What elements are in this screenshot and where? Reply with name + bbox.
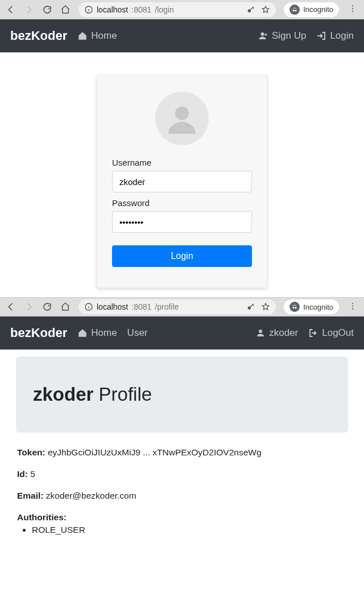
profile-header: zkoder Profile xyxy=(16,356,348,433)
login-button[interactable]: Login xyxy=(112,245,252,267)
incognito-icon xyxy=(289,5,300,15)
id-row: Id: 5 xyxy=(17,469,347,479)
authorities-label: Authorities: xyxy=(17,512,67,522)
authorities-list: ROLE_USER xyxy=(32,525,347,535)
profile-page: zkoder Profile Token: eyJhbGciOiJIUzUxMi… xyxy=(0,356,364,545)
info-icon xyxy=(84,5,93,14)
profile-details: Token: eyJhbGciOiJIUzUxMiJ9 ... xTNwPExO… xyxy=(17,447,347,535)
avatar-placeholder xyxy=(155,92,209,145)
reload-icon[interactable] xyxy=(42,302,52,312)
house-icon xyxy=(77,328,88,338)
nav-signup[interactable]: Sign Up xyxy=(258,30,306,42)
token-value: eyJhbGciOiJIUzUxMiJ9 ... xTNwPExOyD2IOV2… xyxy=(48,447,262,457)
address-bar[interactable]: localhost:8081/profile xyxy=(78,299,276,314)
svg-point-7 xyxy=(260,32,264,36)
svg-point-13 xyxy=(352,303,353,304)
token-row: Token: eyJhbGciOiJIUzUxMiJ9 ... xTNwPExO… xyxy=(17,447,347,458)
svg-point-3 xyxy=(295,10,297,11)
email-label: Email: xyxy=(17,491,44,500)
token-label: Token: xyxy=(17,447,46,457)
signout-icon xyxy=(308,328,318,338)
incognito-badge: Incognito xyxy=(284,2,339,17)
nav-login[interactable]: Login xyxy=(316,30,354,42)
nav-signup-label: Sign Up xyxy=(272,30,306,42)
svg-point-8 xyxy=(175,106,189,120)
incognito-icon xyxy=(289,302,300,312)
browser-menu-icon[interactable] xyxy=(347,302,358,313)
profile-title-suffix: Profile xyxy=(93,384,152,405)
nav-username-label: zkoder xyxy=(269,327,298,339)
nav-username[interactable]: zkoder xyxy=(255,327,298,339)
email-value: zkoder@bezkoder.com xyxy=(46,491,136,500)
browser-menu-icon[interactable] xyxy=(347,4,358,15)
svg-point-10 xyxy=(248,306,251,309)
user-icon xyxy=(255,328,266,338)
nav-home-label: Home xyxy=(91,327,117,339)
svg-point-2 xyxy=(293,10,295,11)
nav-home[interactable]: Home xyxy=(77,30,117,42)
url-port: :8081 xyxy=(131,5,151,14)
incognito-label: Incognito xyxy=(303,5,333,14)
authorities-row: Authorities: xyxy=(17,512,347,523)
svg-point-1 xyxy=(248,9,251,12)
brand[interactable]: bezKoder xyxy=(10,28,67,43)
login-card: Username Password Login xyxy=(97,75,267,288)
back-icon[interactable] xyxy=(6,5,16,15)
url-path: /login xyxy=(155,5,173,14)
nav-user[interactable]: User xyxy=(127,327,148,339)
id-label: Id: xyxy=(17,469,28,479)
svg-point-16 xyxy=(259,330,262,333)
email-row: Email: zkoder@bezkoder.com xyxy=(17,491,347,501)
url-host: localhost xyxy=(97,5,128,14)
home-icon[interactable] xyxy=(60,302,71,312)
star-icon[interactable] xyxy=(261,302,270,311)
incognito-label: Incognito xyxy=(303,303,333,311)
home-icon[interactable] xyxy=(60,5,71,15)
nav-user-label: User xyxy=(127,327,148,339)
nav-logout-label: LogOut xyxy=(322,327,354,339)
info-icon xyxy=(84,302,93,311)
url-path: /profile xyxy=(155,302,179,311)
svg-point-4 xyxy=(352,5,353,6)
svg-point-6 xyxy=(352,11,353,12)
key-icon[interactable] xyxy=(246,5,255,14)
navbar-login: bezKoder Home Sign Up Login xyxy=(0,19,364,52)
navbar-profile: bezKoder Home User zkoder LogOut xyxy=(0,316,364,350)
url-port: :8081 xyxy=(131,302,151,311)
svg-point-14 xyxy=(352,305,353,306)
signin-icon xyxy=(316,31,326,41)
profile-title: zkoder Profile xyxy=(33,384,331,405)
browser-chrome-profile: localhost:8081/profile Incognito xyxy=(0,297,364,316)
nav-home-label: Home xyxy=(91,30,117,42)
login-page: Username Password Login xyxy=(0,52,364,297)
password-input[interactable] xyxy=(112,211,252,233)
password-label: Password xyxy=(112,198,252,208)
id-value: 5 xyxy=(30,469,35,479)
svg-point-15 xyxy=(352,308,353,309)
username-label: Username xyxy=(112,158,252,167)
svg-point-11 xyxy=(293,307,295,309)
svg-point-12 xyxy=(295,307,297,309)
nav-logout[interactable]: LogOut xyxy=(308,327,354,339)
house-icon xyxy=(77,31,88,41)
user-icon xyxy=(162,98,202,139)
forward-icon xyxy=(24,302,34,312)
authority-item: ROLE_USER xyxy=(32,525,347,535)
svg-point-5 xyxy=(352,8,353,9)
nav-login-label: Login xyxy=(330,30,354,42)
forward-icon xyxy=(24,5,34,15)
address-bar[interactable]: localhost:8081/login xyxy=(78,2,276,17)
username-input[interactable] xyxy=(112,171,252,192)
star-icon[interactable] xyxy=(261,5,270,14)
brand[interactable]: bezKoder xyxy=(10,326,67,340)
back-icon[interactable] xyxy=(6,302,16,312)
reload-icon[interactable] xyxy=(42,5,52,15)
url-host: localhost xyxy=(97,302,128,311)
user-plus-icon xyxy=(258,31,268,41)
incognito-badge: Incognito xyxy=(284,299,339,314)
profile-name: zkoder xyxy=(33,384,93,405)
key-icon[interactable] xyxy=(246,302,255,311)
browser-chrome-login: localhost:8081/login Incognito xyxy=(0,0,364,19)
nav-home[interactable]: Home xyxy=(77,327,117,339)
